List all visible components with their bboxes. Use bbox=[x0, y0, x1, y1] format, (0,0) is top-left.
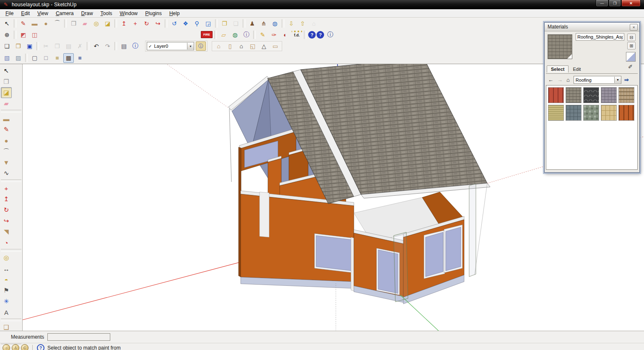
print-button[interactable]: ▤ bbox=[119, 41, 129, 51]
material-swatch-slate-blue[interactable] bbox=[566, 105, 582, 121]
dimension-tool[interactable]: ↔ bbox=[1, 263, 12, 274]
paint-bucket-tool[interactable]: ◪ bbox=[102, 18, 113, 28]
share-models-button[interactable]: ⇧ bbox=[297, 18, 308, 28]
outer-shell-tool[interactable]: ❑ bbox=[1, 322, 12, 333]
menu-window[interactable]: Window bbox=[116, 10, 142, 17]
line-tool[interactable]: ✎ bbox=[18, 18, 29, 28]
google-earth-button[interactable]: ◍ bbox=[270, 18, 280, 28]
back-edges-style-button[interactable]: ▨ bbox=[13, 53, 23, 63]
select-tool[interactable]: ↖ bbox=[1, 65, 12, 76]
measurements-input[interactable] bbox=[47, 333, 110, 341]
open-button[interactable]: ❐ bbox=[13, 41, 23, 51]
default-material-swatch[interactable] bbox=[626, 52, 636, 62]
material-swatch-slate-dark[interactable] bbox=[583, 87, 599, 103]
home-button[interactable]: ⌂ bbox=[566, 77, 570, 83]
materials-panel-titlebar[interactable]: Materials bbox=[545, 23, 639, 31]
front-view-button[interactable]: ⌂ bbox=[236, 41, 247, 51]
menu-edit[interactable]: Edit bbox=[17, 10, 34, 17]
material-swatch-metal-roofing-red[interactable] bbox=[548, 87, 564, 103]
rotate-tool[interactable]: ↻ bbox=[141, 18, 152, 28]
eraser-tool[interactable]: ▰ bbox=[80, 18, 90, 28]
materials-tab-select[interactable]: Select bbox=[547, 65, 569, 73]
minimize-button[interactable]: — bbox=[596, 0, 608, 7]
protractor-tool[interactable]: ◓ bbox=[1, 274, 12, 285]
push-pull-tool[interactable]: ↥ bbox=[1, 194, 12, 205]
get-current-view-button[interactable]: ❐ bbox=[219, 18, 230, 28]
help-button-2[interactable]: ? bbox=[317, 31, 324, 39]
layer-manager-button[interactable]: ⓘ bbox=[196, 41, 206, 51]
circle-tool[interactable]: ● bbox=[1, 135, 12, 146]
shaded-textures-style-button[interactable]: ▩ bbox=[63, 53, 74, 63]
materials-close-button[interactable]: ✕ bbox=[630, 24, 638, 31]
back-arrow-button[interactable]: ← bbox=[548, 77, 553, 83]
close-button[interactable]: ✕ bbox=[621, 0, 641, 7]
rectangle-tool[interactable]: ▬ bbox=[29, 18, 40, 28]
walk-tool[interactable]: ⋔ bbox=[258, 18, 269, 28]
menu-plugins[interactable]: Plugins bbox=[141, 10, 165, 17]
follow-me-tool[interactable]: ↪ bbox=[1, 215, 12, 226]
model-info-button[interactable]: ⓘ bbox=[130, 41, 140, 51]
material-swatch-tile-terracotta[interactable] bbox=[618, 105, 634, 121]
navigation-compass-button[interactable]: ⊛ bbox=[2, 30, 12, 39]
rectangle-tool[interactable]: ▬ bbox=[1, 113, 12, 124]
scale-tool[interactable]: ◥ bbox=[1, 226, 12, 237]
create-material-button[interactable]: ⊞ bbox=[627, 42, 636, 49]
menu-view[interactable]: View bbox=[34, 10, 52, 17]
section-cuts-toggle[interactable]: ◫ bbox=[29, 30, 40, 39]
top-view-button[interactable]: ◱ bbox=[247, 41, 258, 51]
material-swatch-stone-green[interactable] bbox=[583, 105, 599, 121]
materials-panel[interactable]: Materials ✕ ⊟⊞ ✐ SelectEdit ← → ⌂ Roofin… bbox=[544, 22, 640, 173]
move-tool[interactable]: + bbox=[1, 183, 12, 194]
collections-dropdown-arrow-icon[interactable]: ▼ bbox=[614, 77, 621, 83]
tape-measure-tool[interactable]: ◎ bbox=[91, 18, 101, 28]
undo-button[interactable]: ↶ bbox=[91, 41, 101, 51]
status-figure-badge[interactable]: ♙ bbox=[12, 344, 19, 350]
material-swatch-wood-shakes[interactable] bbox=[618, 87, 634, 103]
monochrome-style-button[interactable]: ■ bbox=[75, 53, 85, 63]
redo-button[interactable]: ↷ bbox=[102, 41, 113, 51]
material-swatch-shingles-asphalt-gray[interactable] bbox=[566, 87, 582, 103]
component-info-button[interactable]: ⓘ bbox=[241, 30, 252, 39]
web-globe-button[interactable]: ◍ bbox=[230, 30, 240, 39]
eraser-tool[interactable]: ▰ bbox=[1, 98, 12, 109]
shaded-style-button[interactable]: ■ bbox=[52, 53, 62, 63]
material-preview[interactable] bbox=[548, 34, 572, 59]
new-button[interactable]: ❏ bbox=[2, 41, 12, 51]
status-credit-badge[interactable]: C bbox=[21, 344, 29, 350]
select-tool[interactable]: ↖ bbox=[2, 18, 12, 28]
eyedropper-plugin-button[interactable]: ✑ bbox=[269, 30, 279, 39]
display-secondary-pane-button[interactable]: ⊟ bbox=[627, 34, 636, 41]
threed-text-tool[interactable]: A bbox=[1, 307, 12, 318]
menu-help[interactable]: Help bbox=[166, 10, 184, 17]
folder-button[interactable]: ▱ bbox=[218, 30, 229, 39]
fire-plugin-button[interactable]: FIRE bbox=[201, 31, 213, 38]
contrast-plugin-button[interactable]: ◐ bbox=[280, 30, 291, 39]
axes-tool[interactable]: ✳ bbox=[1, 296, 12, 307]
arc-tool[interactable]: ⌒ bbox=[52, 18, 62, 28]
elevation-view-button[interactable]: △ bbox=[259, 41, 269, 51]
make-component-tool[interactable]: ❒ bbox=[68, 18, 79, 28]
restore-button[interactable]: ❐ bbox=[609, 0, 621, 7]
position-camera-tool[interactable]: ♟ bbox=[247, 18, 257, 28]
tape-measure-tool[interactable]: ◎ bbox=[1, 252, 12, 263]
section-plane-tool[interactable]: ◩ bbox=[18, 30, 29, 39]
wireframe-style-button[interactable]: ▢ bbox=[29, 53, 40, 63]
layer-dropdown[interactable]: ✓ Layer0 ▼ bbox=[147, 42, 194, 50]
view-in-model-button[interactable]: ⇒ bbox=[624, 77, 629, 83]
forward-arrow-button[interactable]: → bbox=[557, 77, 563, 83]
menu-file[interactable]: File bbox=[2, 10, 17, 17]
move-tool[interactable]: + bbox=[130, 18, 140, 28]
layer-dropdown-arrow-icon[interactable]: ▼ bbox=[187, 43, 194, 49]
menu-camera[interactable]: Camera bbox=[52, 10, 78, 17]
titlebar[interactable]: ✎ houselayout.skp - SketchUp —❐✕ bbox=[0, 0, 644, 9]
material-swatch-thatch-straw[interactable] bbox=[548, 105, 564, 121]
save-button[interactable]: ▣ bbox=[24, 41, 35, 51]
material-swatch-tile-tan[interactable] bbox=[601, 105, 617, 121]
push-pull-tool[interactable]: ↥ bbox=[119, 18, 129, 28]
help-button-1[interactable]: ? bbox=[308, 31, 316, 39]
material-swatch-shingles-weathered[interactable] bbox=[601, 87, 617, 103]
fd-plugin-button[interactable]: f.d. bbox=[291, 31, 302, 39]
paint-bucket-tool[interactable]: ◪ bbox=[1, 87, 12, 98]
menu-draw[interactable]: Draw bbox=[78, 10, 97, 17]
iso-view-button[interactable]: ⌂ bbox=[213, 41, 224, 51]
